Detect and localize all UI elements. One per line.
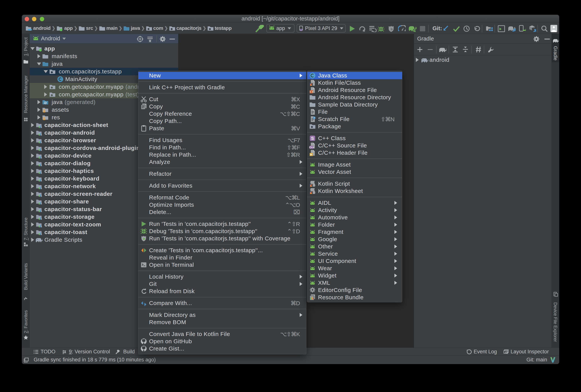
svg-text:H: H [310, 153, 312, 156]
svg-text:S: S [311, 136, 314, 141]
svg-text:A: A [363, 29, 365, 32]
svg-text:C++: C++ [309, 146, 314, 149]
